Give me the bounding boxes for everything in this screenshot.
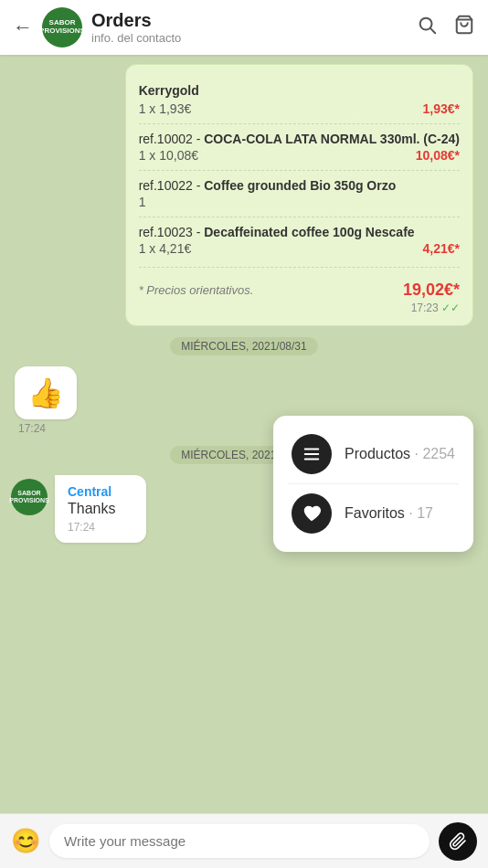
logo: SABOR PROVISIONS: [42, 7, 82, 48]
order-total-price: 19,02€*: [403, 281, 460, 300]
order-item-kerrygold: Kerrygold 1 x 1,93€ 1,93€*: [139, 76, 460, 124]
date-label-1: MIÉRCOLES, 2021/08/31: [170, 337, 317, 355]
context-menu-item-favoritos[interactable]: Favoritos · 17: [288, 483, 459, 543]
input-bar: 😊: [0, 813, 488, 868]
context-label-productos: Productos · 2254: [345, 446, 455, 462]
list-icon: [292, 434, 332, 474]
message-input[interactable]: [49, 824, 430, 858]
header-title: Orders: [91, 10, 417, 31]
received-avatar-text: SABORPROVISIONS: [9, 490, 49, 503]
order-timestamp: 17:23 ✓✓: [139, 302, 460, 314]
order-item-decaf: ref.10023 - Decaffeinated coffee 100g Ne…: [139, 217, 460, 263]
cart-icon[interactable]: [453, 15, 475, 40]
received-text: Thanks: [68, 501, 133, 517]
emoji-button[interactable]: 😊: [11, 827, 40, 855]
received-avatar: SABORPROVISIONS: [11, 479, 48, 515]
received-section: SABORPROVISIONS Central Thanks 17:24: [7, 475, 481, 543]
order-item-qty-cocacola: 1 x 10,08€: [139, 148, 198, 163]
order-item-price-kerrygold: 1,93€*: [423, 101, 460, 116]
header-title-block: Orders info. del contacto: [91, 10, 417, 45]
header-subtitle: info. del contacto: [91, 31, 417, 45]
order-item-name-coffee: ref.10022 - Coffee grounded Bio 350g Orz…: [139, 178, 460, 193]
header: ← SABOR PROVISIONS Orders info. del cont…: [0, 0, 488, 55]
context-label-favoritos: Favoritos · 17: [345, 505, 433, 522]
thumbs-time: 17:24: [15, 422, 77, 435]
search-icon[interactable]: [417, 15, 437, 40]
svg-rect-5: [304, 459, 320, 460]
logo-text: SABOR PROVISIONS: [42, 19, 82, 36]
order-item-qty-kerrygold: 1 x 1,93€: [139, 101, 192, 116]
order-item-qty-decaf: 1 x 4,21€: [139, 241, 192, 256]
date-separator-1: MIÉRCOLES, 2021/08/31: [7, 332, 481, 361]
order-item-qty-coffee: 1: [139, 195, 146, 209]
order-item-price-decaf: 4,21€*: [423, 241, 460, 256]
svg-line-1: [430, 28, 435, 33]
order-item-name-decaf: ref.10023 - Decaffeinated coffee 100g Ne…: [139, 225, 460, 239]
context-menu: Productos · 2254 Favoritos · 17: [273, 416, 473, 552]
svg-rect-3: [304, 449, 320, 450]
context-menu-item-productos[interactable]: Productos · 2254: [288, 425, 459, 483]
order-item-name-kerrygold: Kerrygold: [139, 83, 460, 98]
thumbs-emoji: 👍: [27, 376, 64, 409]
order-bubble: Kerrygold 1 x 1,93€ 1,93€* ref.10002 - C…: [125, 64, 473, 326]
received-time: 17:24: [68, 521, 133, 534]
svg-rect-4: [304, 453, 320, 455]
received-sender: Central: [68, 484, 133, 499]
order-note: * Precios orientativos.: [139, 283, 254, 297]
back-button[interactable]: ←: [13, 16, 33, 39]
received-bubble: Central Thanks 17:24: [55, 475, 146, 543]
order-item-coffee: ref.10022 - Coffee grounded Bio 350g Orz…: [139, 171, 460, 217]
attach-button[interactable]: [439, 822, 477, 861]
header-icons: [417, 15, 475, 40]
order-item-cocacola: ref.10002 - COCA-COLA LATA NORMAL 330ml.…: [139, 124, 460, 171]
heart-icon: [292, 493, 332, 534]
thumbs-message: 👍 17:24: [15, 366, 77, 435]
chat-area: Kerrygold 1 x 1,93€ 1,93€* ref.10002 - C…: [0, 55, 488, 813]
order-item-name-cocacola: ref.10002 - COCA-COLA LATA NORMAL 330ml.…: [139, 132, 460, 146]
order-item-price-cocacola: 10,08€*: [416, 148, 460, 163]
order-total-row: * Precios orientativos. 19,02€*: [139, 275, 460, 300]
thumbs-bubble: 👍: [15, 366, 77, 419]
checkmarks: ✓✓: [441, 302, 460, 314]
